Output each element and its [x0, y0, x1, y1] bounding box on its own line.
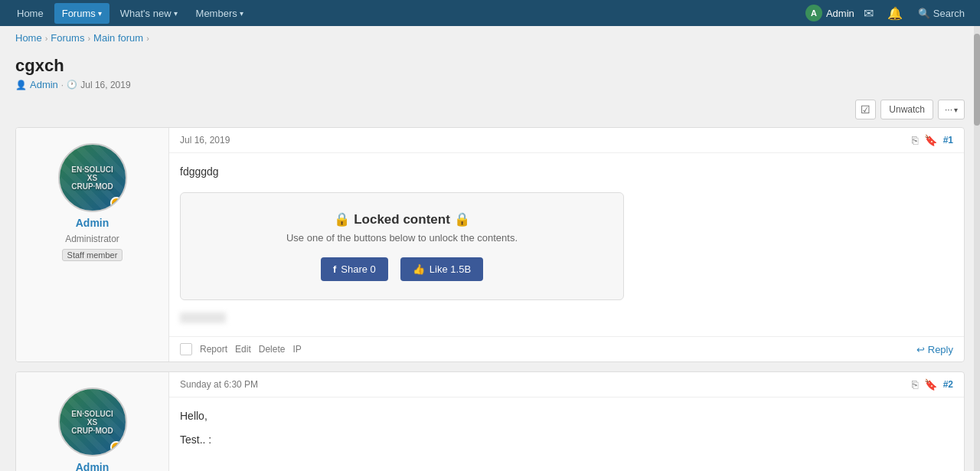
post-text-3: Test.. :	[180, 432, 953, 448]
nav-whats-new[interactable]: What's new ▾	[113, 3, 185, 24]
clock-icon: 🕐	[67, 80, 77, 90]
locked-title: 🔒 Locked content 🔒	[196, 211, 608, 227]
post-date: Jul 16, 2019	[80, 80, 130, 90]
post-content: Jul 16, 2019 ⎘ 🔖 #1 fdgggdg 🔒 Locked con…	[169, 128, 964, 361]
more-options-button[interactable]: ··· ▾	[938, 100, 965, 119]
search-icon: 🔍	[918, 8, 930, 19]
posts-container: EN·SOLUCIXSCRUP·MOD ✓ Admin Administrato…	[0, 127, 980, 471]
post-content-2: Sunday at 6:30 PM ⎘ 🔖 #2 Hello, Test.. :	[169, 372, 964, 471]
breadcrumb-home[interactable]: Home	[15, 32, 42, 44]
post-actions-top-2: ⎘ 🔖 #2	[912, 378, 953, 391]
nav-bell-icon[interactable]: 🔔	[883, 3, 907, 24]
post-text: fdgggdg	[180, 164, 953, 180]
share-icon-2[interactable]: ⎘	[912, 378, 918, 391]
whats-new-chevron-icon: ▾	[174, 9, 178, 18]
avatar-online-badge-2: ✓	[110, 441, 122, 453]
page-header: cgxch 👤 Admin · 🕐 Jul 16, 2019	[0, 50, 980, 100]
post-actions-top: ⎘ 🔖 #1	[912, 134, 953, 146]
more-chevron-icon: ▾	[954, 106, 958, 114]
delete-action[interactable]: Delete	[259, 344, 286, 355]
post-avatar-2: EN·SOLUCIXSCRUP·MOD ✓	[58, 388, 127, 456]
select-post-checkbox[interactable]	[180, 343, 192, 355]
author-icon: 👤	[15, 80, 27, 90]
members-chevron-icon: ▾	[240, 9, 243, 18]
report-action[interactable]: Report	[200, 344, 227, 355]
breadcrumb-sep-3: ›	[146, 34, 149, 43]
post-footer: Report Edit Delete IP ↩ Reply	[169, 336, 964, 361]
post-text-2: Hello,	[180, 408, 953, 424]
fb-icon: f	[333, 263, 336, 275]
post-number: #1	[943, 135, 953, 146]
nav-mail-icon[interactable]: ✉	[859, 3, 878, 24]
share-icon[interactable]: ⎘	[912, 134, 918, 146]
fb-share-button[interactable]: f Share 0	[321, 257, 388, 281]
post-sidebar: EN·SOLUCIXSCRUP·MOD ✓ Admin Administrato…	[16, 128, 169, 361]
post-sidebar-2: EN·SOLUCIXSCRUP·MOD ✓ Admin Administrato…	[16, 372, 169, 471]
post-author-link[interactable]: Admin	[30, 79, 58, 90]
navbar: Home Forums ▾ What's new ▾ Members ▾ A A…	[0, 0, 980, 26]
bookmark-icon[interactable]: 🔖	[924, 134, 937, 146]
post-number-2: #2	[943, 379, 953, 390]
post-footer-left: Report Edit Delete IP	[180, 343, 302, 355]
locked-desc: Use one of the buttons below to unlock t…	[196, 232, 608, 244]
post-header-2: Sunday at 6:30 PM ⎘ 🔖 #2	[169, 372, 964, 397]
bookmark-icon-2[interactable]: 🔖	[924, 378, 937, 391]
post-body: fdgggdg 🔒 Locked content 🔒 Use one of th…	[169, 153, 964, 336]
breadcrumb-forums[interactable]: Forums	[51, 32, 84, 44]
thread-toolbar: ☑ Unwatch ··· ▾	[0, 100, 980, 127]
nav-forums[interactable]: Forums ▾	[54, 3, 109, 24]
post-card-2: EN·SOLUCIXSCRUP·MOD ✓ Admin Administrato…	[15, 371, 965, 471]
scrollbar-thumb[interactable]	[974, 34, 980, 126]
search-label: Search	[933, 8, 965, 19]
nav-right: A Admin ✉ 🔔 🔍 Search	[805, 3, 971, 24]
forums-chevron-icon: ▾	[98, 9, 102, 18]
nav-members[interactable]: Members ▾	[188, 3, 251, 24]
breadcrumb-main-forum[interactable]: Main forum	[93, 32, 143, 44]
post-date-2: Sunday at 6:30 PM	[180, 379, 258, 390]
locked-content-box: 🔒 Locked content 🔒 Use one of the button…	[180, 192, 624, 300]
post-avatar: EN·SOLUCIXSCRUP·MOD ✓	[58, 143, 127, 212]
breadcrumb-sep-2: ›	[87, 34, 90, 43]
post-header: Jul 16, 2019 ⎘ 🔖 #1	[169, 128, 964, 153]
unwatch-button[interactable]: Unwatch	[880, 100, 933, 119]
breadcrumb-sep-1: ›	[45, 34, 48, 43]
locked-buttons: f Share 0 👍 Like 1.5B	[196, 257, 608, 281]
post-user-role: Administrator	[65, 234, 119, 244]
avatar-online-badge: ✓	[110, 197, 122, 209]
post-username[interactable]: Admin	[76, 217, 109, 229]
edit-action[interactable]: Edit	[235, 344, 251, 355]
nav-home[interactable]: Home	[9, 3, 51, 24]
breadcrumb: Home › Forums › Main forum ›	[0, 26, 980, 50]
page-meta: 👤 Admin · 🕐 Jul 16, 2019	[15, 79, 965, 90]
thumbs-up-icon: 👍	[413, 263, 425, 275]
post-body-2: Hello, Test.. :	[169, 397, 964, 471]
staff-badge: Staff member	[62, 249, 123, 261]
page-title: cgxch	[15, 56, 965, 76]
reply-button[interactable]: ↩ Reply	[916, 344, 953, 355]
reply-icon: ↩	[916, 344, 925, 355]
scrollbar-track[interactable]	[974, 26, 980, 471]
mark-solved-icon[interactable]: ☑	[855, 100, 876, 119]
ip-action[interactable]: IP	[292, 344, 301, 355]
nav-user-avatar: A	[805, 5, 822, 21]
post-card: EN·SOLUCIXSCRUP·MOD ✓ Admin Administrato…	[15, 127, 965, 362]
fb-like-button[interactable]: 👍 Like 1.5B	[400, 257, 483, 281]
nav-user[interactable]: A Admin	[805, 5, 854, 21]
nav-username: Admin	[826, 8, 854, 19]
nav-search[interactable]: 🔍 Search	[912, 5, 971, 22]
blurred-content	[180, 312, 226, 323]
post-username-2[interactable]: Admin	[76, 461, 109, 471]
post-date: Jul 16, 2019	[180, 135, 230, 146]
